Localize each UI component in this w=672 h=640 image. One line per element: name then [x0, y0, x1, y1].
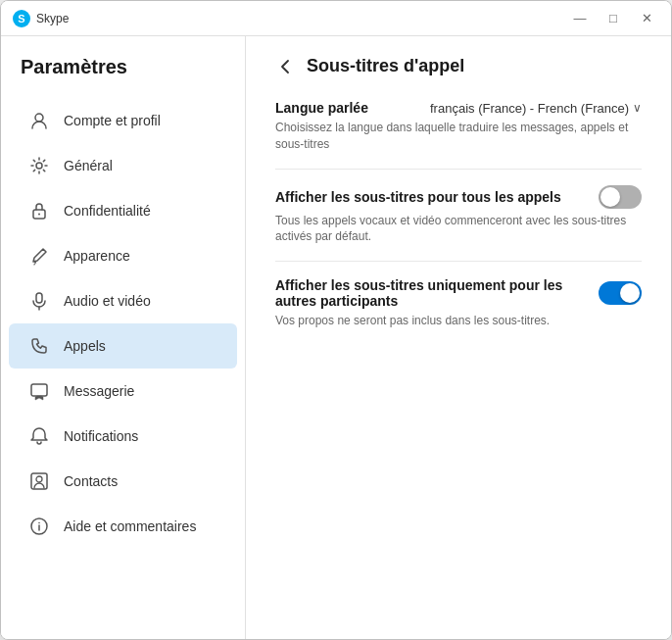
title-bar-left: S Skype [13, 10, 567, 27]
sidebar: Paramètres Compte et profil [1, 36, 246, 639]
language-selector[interactable]: français (France) - French (France) ∨ [430, 101, 642, 116]
sidebar-label-contacts: Contacts [64, 473, 118, 489]
settings-panel: Sous-titres d'appel Langue parlée frança… [246, 36, 671, 639]
afficher-autres-label: Afficher les sous-titres uniquement pour… [275, 277, 599, 309]
app-title: Skype [36, 12, 69, 25]
info-icon [28, 516, 50, 537]
toggle-thumb-on [620, 283, 640, 303]
sidebar-label-audio: Audio et vidéo [64, 293, 151, 309]
app-window: S Skype — □ ✕ Paramètres Compte et prof [0, 0, 672, 640]
close-button[interactable]: ✕ [634, 9, 659, 28]
sidebar-label-compte: Compte et profil [64, 113, 161, 128]
sidebar-item-confidentialite[interactable]: Confidentialité [9, 188, 237, 233]
main-content-area: Paramètres Compte et profil [1, 36, 671, 639]
sidebar-item-audio[interactable]: Audio et vidéo [9, 278, 237, 323]
sidebar-label-aide: Aide et commentaires [64, 518, 196, 534]
sidebar-item-appels[interactable]: Appels [9, 323, 237, 369]
gear-icon [28, 155, 50, 176]
afficher-tous-label: Afficher les sous-titres pour tous les a… [275, 189, 599, 205]
sidebar-item-compte[interactable]: Compte et profil [9, 98, 237, 143]
sidebar-item-contacts[interactable]: Contacts [9, 459, 237, 504]
afficher-tous-row: Afficher les sous-titres pour tous les a… [275, 185, 642, 209]
afficher-tous-toggle[interactable] [599, 185, 642, 209]
bell-icon [28, 425, 50, 447]
maximize-button[interactable]: □ [600, 9, 626, 28]
chat-icon [28, 380, 50, 402]
window-controls: — □ ✕ [567, 9, 659, 28]
afficher-tous-description: Tous les appels vocaux et vidéo commence… [275, 213, 642, 246]
afficher-tous-section: Afficher les sous-titres pour tous les a… [275, 185, 642, 263]
sidebar-item-general[interactable]: Général [9, 143, 237, 188]
sidebar-item-messagerie[interactable]: Messagerie [9, 369, 237, 414]
svg-point-0 [35, 114, 43, 122]
langue-row: Langue parlée français (France) - French… [275, 100, 642, 116]
afficher-autres-description: Vos propos ne seront pas inclus dans les… [275, 313, 642, 329]
app-logo: S [13, 10, 30, 27]
back-button[interactable] [275, 57, 295, 76]
sidebar-label-apparence: Apparence [64, 248, 130, 264]
toggle-track-off[interactable] [599, 185, 642, 209]
lock-icon [28, 200, 50, 222]
person-icon [28, 110, 50, 131]
toggle-thumb [600, 187, 620, 207]
brush-icon [28, 245, 50, 267]
page-header: Sous-titres d'appel [275, 56, 642, 76]
svg-rect-6 [31, 384, 47, 396]
langue-label: Langue parlée [275, 100, 430, 116]
chevron-down-icon: ∨ [633, 101, 642, 115]
sidebar-header: Paramètres [1, 56, 245, 98]
langue-section: Langue parlée français (France) - French… [275, 100, 642, 170]
afficher-autres-section: Afficher les sous-titres uniquement pour… [275, 277, 642, 345]
title-bar: S Skype — □ ✕ [1, 1, 671, 36]
contact-icon [28, 470, 50, 492]
sidebar-label-general: Général [64, 158, 113, 173]
svg-point-1 [36, 163, 42, 169]
svg-rect-4 [36, 293, 42, 303]
sidebar-item-apparence[interactable]: Apparence [9, 233, 237, 278]
sidebar-label-confidentialite: Confidentialité [64, 203, 151, 219]
page-title: Sous-titres d'appel [307, 56, 464, 76]
sidebar-label-messagerie: Messagerie [64, 383, 134, 399]
mic-icon [28, 290, 50, 312]
sidebar-item-notifications[interactable]: Notifications [9, 414, 237, 459]
sidebar-item-aide[interactable]: Aide et commentaires [9, 504, 237, 549]
sidebar-label-notifications: Notifications [64, 428, 138, 444]
svg-point-8 [36, 476, 42, 482]
language-value: français (France) - French (France) [430, 101, 629, 116]
svg-point-3 [38, 214, 40, 216]
minimize-button[interactable]: — [567, 9, 593, 28]
toggle-track-on[interactable] [599, 281, 642, 305]
sidebar-label-appels: Appels [64, 338, 106, 354]
afficher-autres-toggle[interactable] [599, 281, 642, 305]
phone-icon [28, 335, 50, 357]
afficher-autres-row: Afficher les sous-titres uniquement pour… [275, 277, 642, 309]
svg-point-11 [38, 522, 40, 524]
langue-description: Choisissez la langue dans laquelle tradu… [275, 120, 642, 153]
